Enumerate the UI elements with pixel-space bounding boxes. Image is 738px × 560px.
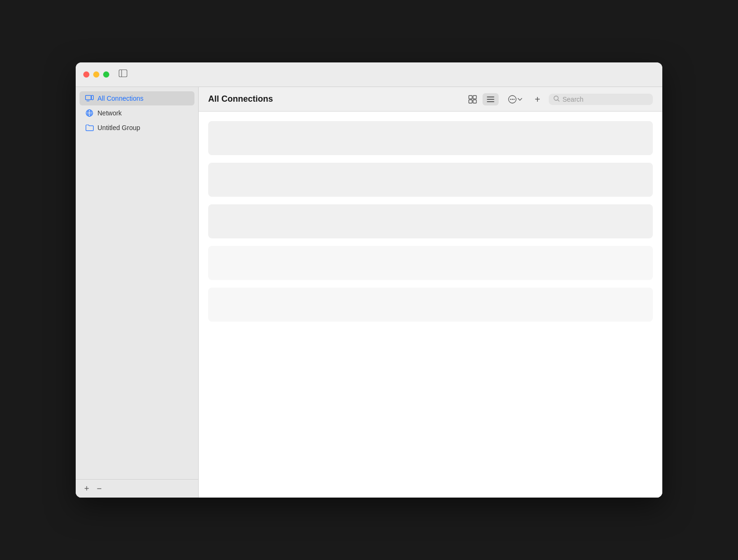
sidebar-item-untitled-group[interactable]: Untitled Group (79, 121, 194, 135)
remove-connection-button[interactable]: − (94, 483, 105, 494)
window-controls (83, 71, 109, 78)
sidebar-footer: + − (76, 479, 198, 498)
list-view-button[interactable] (483, 93, 499, 105)
grid-view-button[interactable] (465, 93, 481, 106)
sidebar-item-network[interactable]: Network (79, 106, 194, 120)
page-title: All Connections (208, 94, 273, 104)
close-button[interactable] (83, 71, 89, 78)
main-content: All Connections Network (76, 87, 662, 498)
svg-rect-3 (91, 96, 93, 100)
svg-point-20 (514, 98, 515, 99)
maximize-button[interactable] (103, 71, 109, 78)
folder-icon (85, 123, 94, 132)
add-connection-button[interactable]: + (81, 483, 92, 494)
svg-rect-2 (86, 96, 91, 100)
connection-row (208, 246, 653, 280)
add-button[interactable]: + (532, 94, 543, 105)
connection-row (208, 204, 653, 238)
monitor-icon (85, 94, 94, 103)
sidebar-item-network-label: Network (97, 109, 122, 117)
search-icon (554, 96, 560, 103)
svg-line-22 (558, 100, 559, 101)
sidebar-item-all-connections[interactable]: All Connections (79, 91, 194, 105)
minimize-button[interactable] (93, 71, 99, 78)
connection-row (208, 163, 653, 197)
svg-rect-0 (119, 70, 127, 77)
sidebar-nav: All Connections Network (76, 87, 198, 479)
search-input[interactable] (562, 96, 648, 103)
svg-point-18 (510, 98, 511, 99)
svg-rect-13 (473, 100, 476, 103)
search-box (549, 94, 653, 105)
view-toolbar (465, 93, 499, 106)
svg-point-19 (512, 98, 513, 99)
options-button[interactable] (504, 93, 526, 106)
svg-rect-11 (473, 96, 476, 99)
app-window: All Connections Network (76, 62, 662, 498)
content-area: All Connections (199, 87, 662, 498)
content-body (199, 112, 662, 498)
svg-rect-10 (469, 96, 472, 99)
connection-row (208, 121, 653, 155)
globe-icon (85, 109, 94, 117)
svg-rect-12 (469, 100, 472, 103)
content-header: All Connections (199, 87, 662, 112)
sidebar: All Connections Network (76, 87, 199, 498)
connection-row (208, 288, 653, 322)
sidebar-item-untitled-group-label: Untitled Group (97, 124, 140, 131)
title-bar (76, 62, 662, 87)
sidebar-toggle-button[interactable] (117, 69, 129, 80)
sidebar-item-all-connections-label: All Connections (97, 95, 143, 102)
